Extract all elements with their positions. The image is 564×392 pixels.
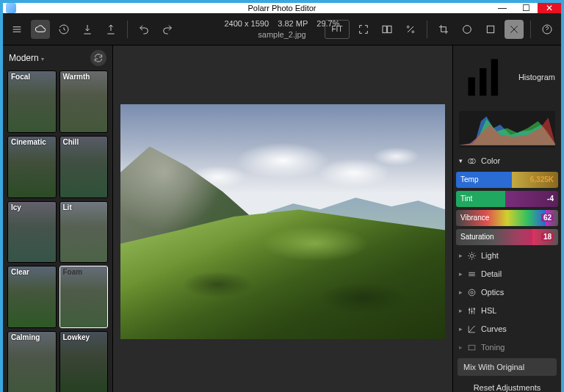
- svg-point-14: [471, 291, 473, 294]
- svg-rect-9: [491, 59, 498, 95]
- filter-focal[interactable]: Focal: [7, 70, 57, 133]
- square-icon[interactable]: [481, 20, 500, 39]
- filter-chill[interactable]: Chill: [59, 136, 109, 198]
- slider-tint[interactable]: Tint-4: [456, 191, 558, 207]
- section-detail[interactable]: ▸ Detail: [453, 265, 561, 283]
- filter-category-dropdown[interactable]: Modern ▾: [9, 53, 44, 63]
- histogram-header[interactable]: Histogram: [453, 46, 561, 109]
- adjustments-panel: Histogram ▾ Color Temp6,325K: [452, 46, 561, 392]
- svg-rect-7: [468, 77, 474, 95]
- filter-foam[interactable]: Foam: [59, 266, 109, 328]
- histogram-display: [459, 111, 555, 148]
- minimize-button[interactable]: —: [491, 3, 514, 13]
- menu-icon[interactable]: [7, 20, 26, 39]
- svg-point-2: [407, 26, 409, 28]
- section-curves[interactable]: ▸ Curves: [453, 320, 561, 338]
- slider-temp[interactable]: Temp6,325K: [456, 172, 558, 188]
- fullscreen-icon[interactable]: [354, 20, 373, 39]
- megapixels-label: 3.82 MP: [278, 19, 308, 28]
- filters-panel: Modern ▾ Focal Warmth Cinematic Chill Ic…: [3, 46, 113, 392]
- svg-rect-0: [383, 26, 386, 32]
- history-icon[interactable]: [54, 20, 73, 39]
- crop-icon[interactable]: [434, 20, 453, 39]
- circle-icon[interactable]: [458, 20, 477, 39]
- section-optics[interactable]: ▸ Optics: [453, 283, 561, 302]
- section-toning[interactable]: ▸ Toning: [453, 338, 561, 357]
- filter-clear[interactable]: Clear: [7, 266, 57, 328]
- percent-icon[interactable]: [401, 20, 420, 39]
- compare-icon[interactable]: [377, 20, 397, 39]
- filter-cinematic[interactable]: Cinematic: [7, 136, 57, 198]
- toolbar: 2400 x 1590 3.82 MP 29.7% sample_2.jpg F…: [3, 13, 561, 46]
- photo-preview: [120, 104, 445, 339]
- cloud-icon[interactable]: [31, 20, 50, 39]
- undo-icon[interactable]: [134, 20, 153, 39]
- mix-original-button[interactable]: Mix With Original: [458, 358, 557, 376]
- section-light[interactable]: ▸ Light: [453, 247, 561, 265]
- svg-point-12: [470, 254, 473, 257]
- svg-point-3: [412, 31, 414, 33]
- window-title: Polarr Photo Editor: [3, 4, 561, 12]
- svg-point-16: [471, 311, 473, 313]
- svg-rect-5: [487, 26, 494, 32]
- filter-lit[interactable]: Lit: [59, 201, 109, 264]
- redo-icon[interactable]: [158, 20, 177, 39]
- filter-icy[interactable]: Icy: [7, 201, 57, 264]
- filter-calming[interactable]: Calming: [7, 331, 57, 392]
- titlebar: Polarr Photo Editor — ☐ ✕: [3, 3, 561, 13]
- close-button[interactable]: ✕: [538, 3, 561, 13]
- svg-point-15: [469, 309, 470, 311]
- canvas[interactable]: [113, 46, 452, 392]
- section-color[interactable]: ▾ Color: [453, 152, 561, 170]
- fit-button[interactable]: FIT: [325, 20, 350, 39]
- slider-saturation[interactable]: Saturation18: [456, 229, 558, 245]
- svg-point-17: [474, 308, 475, 310]
- svg-point-13: [469, 289, 475, 296]
- reset-adjustments-button[interactable]: Reset Adjustments: [458, 379, 557, 392]
- section-hsl[interactable]: ▸ HSL: [453, 302, 561, 320]
- import-icon[interactable]: [78, 20, 97, 39]
- shuffle-filters-icon[interactable]: [90, 50, 106, 66]
- adjust-panel-icon[interactable]: [505, 20, 524, 39]
- export-icon[interactable]: [101, 20, 120, 39]
- svg-rect-18: [469, 345, 475, 350]
- svg-rect-8: [480, 68, 486, 95]
- svg-rect-1: [388, 26, 391, 32]
- slider-vibrance[interactable]: Vibrance62: [456, 210, 558, 226]
- filter-warmth[interactable]: Warmth: [59, 70, 109, 133]
- app-icon: [6, 3, 16, 13]
- maximize-button[interactable]: ☐: [514, 3, 538, 13]
- dimensions-label: 2400 x 1590: [224, 19, 269, 28]
- help-icon[interactable]: [538, 20, 557, 39]
- filter-lowkey[interactable]: Lowkey: [59, 331, 109, 392]
- svg-point-4: [463, 25, 471, 33]
